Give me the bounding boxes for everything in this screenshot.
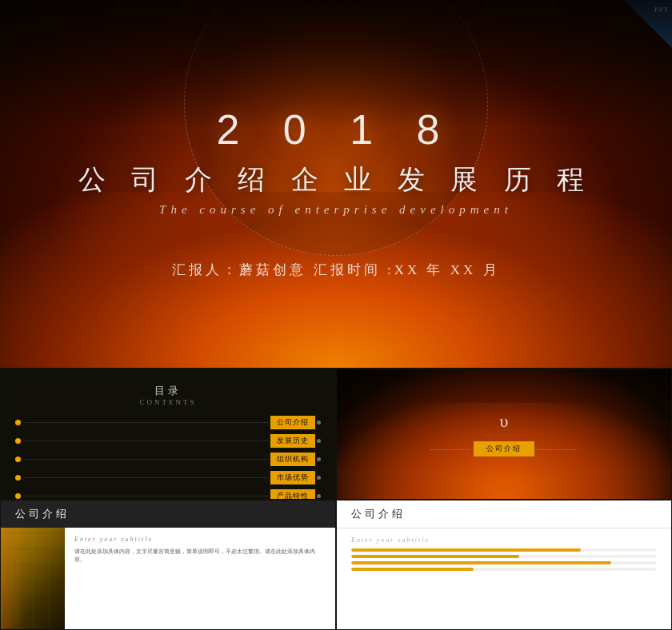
- menu-label: 公司介绍: [270, 416, 315, 429]
- company-bl-header: 公司介绍: [1, 500, 335, 528]
- dots-line: [25, 441, 268, 441]
- cell-contents: 目录 CONTENTS 公司介绍 发展历史 组织机构: [0, 369, 336, 500]
- dot-icon: [15, 475, 21, 480]
- progress-bar: [351, 561, 657, 564]
- dot-end-icon: [317, 476, 321, 480]
- hero-year: 2 0 1 8: [216, 106, 455, 154]
- progress-bar: [351, 568, 657, 571]
- company-text: Enter your subtitle 请在此处添加具体内容，文字尽量言简意赅，…: [65, 528, 335, 630]
- list-item: 公司介绍: [15, 416, 321, 429]
- dot-icon: [15, 438, 21, 444]
- dot-icon: [15, 420, 21, 425]
- hero-title-en: The course of enterprise development: [159, 203, 513, 217]
- dot-icon: [15, 493, 21, 499]
- dot-end-icon: [317, 421, 321, 425]
- menu-label: 组织机构: [270, 453, 315, 466]
- cell-company-bl: 公司介绍 Enter your subtitle 请在此处添加具体内容，文字尽量…: [0, 500, 336, 631]
- list-item: 发展历史: [15, 434, 321, 448]
- dots-line: [25, 422, 268, 423]
- progress-bar: [351, 548, 657, 552]
- cell-intro-slide: υ 公司介绍: [336, 369, 672, 500]
- company-br-body: Enter your subtitle: [337, 528, 671, 630]
- list-item: 组织机构: [15, 453, 321, 466]
- progress-bar: [351, 555, 657, 558]
- intro-icon: υ: [500, 411, 509, 432]
- progress-fill: [351, 561, 611, 564]
- contents-en: CONTENTS: [140, 398, 197, 406]
- hero-reporter: 汇报人：蘑菇创意 汇报时间 :XX 年 XX 月: [172, 261, 499, 279]
- list-item: 产品特性: [15, 489, 321, 500]
- dot-end-icon: [317, 494, 321, 498]
- company-br-subtitle: Enter your subtitle: [351, 536, 657, 544]
- list-item: 市场优势: [15, 471, 321, 484]
- hero-slide: PPT 2 0 1 8 公 司 介 绍 企 业 发 展 历 程 The cour…: [0, 0, 672, 368]
- dot-end-icon: [317, 457, 321, 461]
- menu-list: 公司介绍 发展历史 组织机构 市场优势: [1, 416, 335, 500]
- intro-label: 公司介绍: [474, 441, 534, 457]
- dots-line: [25, 477, 268, 478]
- progress-fill: [351, 555, 519, 558]
- cell-company-br: 公司介绍 Enter your subtitle: [336, 500, 672, 631]
- menu-label: 发展历史: [270, 434, 315, 448]
- contents-cn: 目录: [140, 384, 197, 398]
- bottom-grid: 目录 CONTENTS 公司介绍 发展历史 组织机构: [0, 368, 672, 630]
- company-body-text: 请在此处添加具体内容，文字尽量言简意赅，简单说明即可，不必太过繁琐。请在此处添加…: [74, 548, 326, 564]
- hero-title-cn: 公 司 介 绍 企 业 发 展 历 程: [78, 161, 594, 198]
- dots-line: [25, 496, 268, 496]
- dot-end-icon: [317, 439, 321, 443]
- progress-fill: [351, 548, 581, 552]
- company-bl-body: Enter your subtitle 请在此处添加具体内容，文字尽量言简意赅，…: [1, 528, 335, 630]
- hero-content: 2 0 1 8 公 司 介 绍 企 业 发 展 历 程 The course o…: [0, 0, 672, 368]
- progress-fill: [351, 568, 474, 571]
- contents-label: 目录 CONTENTS: [140, 384, 197, 406]
- menu-label: 市场优势: [270, 471, 315, 484]
- company-br-header: 公司介绍: [337, 500, 671, 528]
- menu-label: 产品特性: [270, 489, 315, 500]
- company-image: [1, 528, 65, 630]
- dot-icon: [15, 457, 21, 462]
- company-subtitle: Enter your subtitle: [74, 536, 326, 543]
- dots-line: [25, 459, 268, 460]
- progress-bars: [351, 548, 657, 571]
